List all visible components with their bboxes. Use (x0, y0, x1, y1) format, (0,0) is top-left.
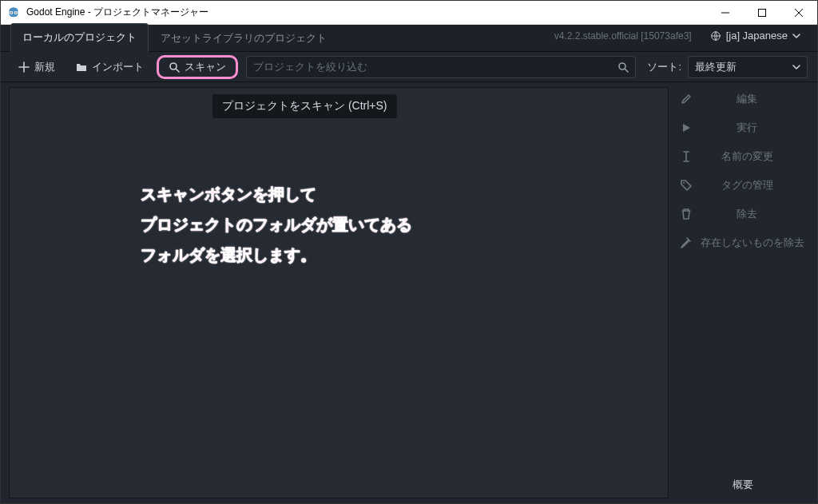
annotation-line: フォルダを選択します。 (141, 246, 316, 264)
folder-icon (76, 62, 87, 73)
tab-label: ローカルのプロジェクト (22, 31, 137, 43)
sort-label: ソート: (647, 60, 681, 74)
search-icon (617, 62, 629, 73)
side-label: タグの管理 (688, 178, 806, 192)
new-project-button[interactable]: 新規 (10, 56, 63, 78)
button-label: インポート (92, 60, 144, 74)
app-window: Godot Engine - プロジェクトマネージャー ローカルのプロジェクト … (0, 0, 818, 504)
remove-missing-button[interactable]: 存在しないものを除去 (673, 229, 812, 256)
godot-logo-icon (7, 6, 20, 19)
chevron-down-icon (792, 63, 800, 71)
top-bar: ローカルのプロジェクト アセットライブラリのプロジェクト v4.2.2.stab… (1, 25, 817, 52)
filter-search-field[interactable] (246, 56, 636, 78)
tab-label: アセットライブラリのプロジェクト (161, 32, 327, 44)
overview-label: 概要 (733, 478, 753, 490)
toolbar: 新規 インポート スキャン ソート: (1, 52, 817, 82)
rename-button[interactable]: 名前の変更 (673, 143, 812, 170)
sort-group: ソート: 最終更新 (647, 56, 808, 78)
globe-icon (710, 30, 721, 42)
manage-tags-button[interactable]: タグの管理 (673, 172, 812, 199)
maximize-button[interactable] (744, 1, 780, 25)
tab-local-projects[interactable]: ローカルのプロジェクト (10, 23, 149, 52)
broom-icon (680, 237, 693, 248)
scan-tooltip: プロジェクトをスキャン (Ctrl+S) (212, 94, 397, 118)
edit-button[interactable]: 編集 (673, 85, 812, 113)
annotation-text: スキャンボタンを押して プロジェクトのフォルダが置いてある フォルダを選択します… (141, 179, 412, 270)
window-title: Godot Engine - プロジェクトマネージャー (26, 6, 208, 19)
import-button[interactable]: インポート (68, 56, 152, 78)
search-icon (169, 62, 180, 73)
project-tabs: ローカルのプロジェクト アセットライブラリのプロジェクト (10, 25, 339, 51)
side-label: 存在しないものを除去 (701, 236, 806, 250)
side-label: 編集 (688, 92, 806, 106)
filter-input[interactable] (253, 61, 613, 73)
main-area: プロジェクトをスキャン (Ctrl+S) スキャンボタンを押して プロジェクトの… (1, 82, 817, 503)
button-label: スキャン (185, 60, 226, 74)
scan-button[interactable]: スキャン (157, 55, 238, 79)
annotation-line: スキャンボタンを押して (141, 185, 316, 203)
minimize-button[interactable] (707, 1, 744, 25)
run-button[interactable]: 実行 (673, 114, 812, 141)
language-selector[interactable]: [ja] Japanese (703, 26, 808, 46)
svg-rect-4 (759, 9, 766, 16)
sort-select[interactable]: 最終更新 (688, 56, 808, 78)
chevron-down-icon (792, 32, 800, 40)
project-list-area: プロジェクトをスキャン (Ctrl+S) スキャンボタンを押して プロジェクトの… (9, 87, 669, 498)
sort-selected: 最終更新 (695, 60, 737, 74)
svg-point-2 (10, 12, 12, 14)
side-label: 名前の変更 (688, 149, 806, 164)
side-label: 除去 (688, 207, 806, 221)
svg-point-3 (15, 12, 17, 14)
version-label: v4.2.2.stable.official [15073afe3] (554, 30, 692, 42)
button-label: 新規 (34, 60, 55, 74)
app-body: ローカルのプロジェクト アセットライブラリのプロジェクト v4.2.2.stab… (1, 25, 817, 503)
remove-button[interactable]: 除去 (673, 200, 812, 228)
side-panel: 編集 実行 名前の変更 (669, 82, 817, 503)
close-button[interactable] (780, 1, 817, 25)
tab-asset-library[interactable]: アセットライブラリのプロジェクト (149, 24, 339, 52)
side-label: 実行 (688, 121, 806, 135)
svg-point-8 (683, 182, 685, 184)
overview-button[interactable]: 概要 (673, 470, 812, 498)
annotation-line: プロジェクトのフォルダが置いてある (141, 216, 412, 233)
language-label: [ja] Japanese (726, 30, 788, 42)
plus-icon (18, 62, 30, 73)
titlebar: Godot Engine - プロジェクトマネージャー (1, 1, 817, 25)
